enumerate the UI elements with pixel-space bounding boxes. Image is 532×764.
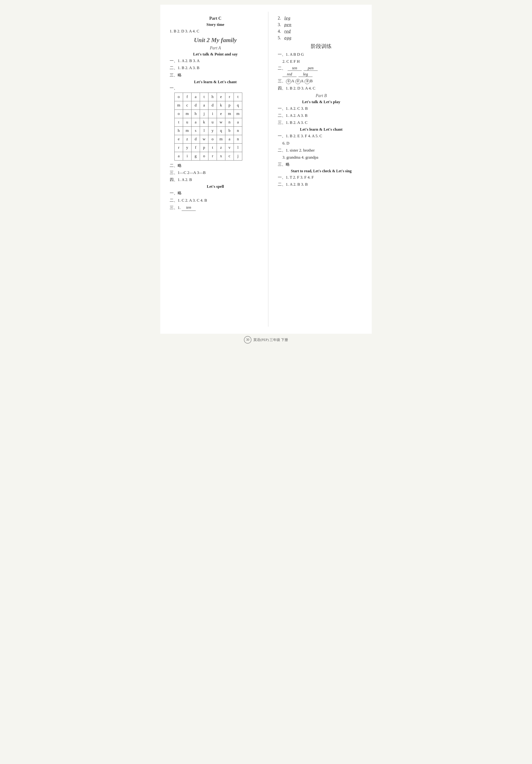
d-er: 二、1. A 2. B 3. B xyxy=(278,181,365,188)
spell-item: 4. red xyxy=(278,29,365,34)
grid-cell: q xyxy=(217,126,225,135)
right-yi-2: 2. C E F H xyxy=(278,58,365,65)
grid-cell: x xyxy=(217,152,225,160)
right-yi-1: 一、1. A B D G xyxy=(278,51,365,58)
spell-item: 2. leg xyxy=(278,16,365,21)
spell-san-word: ten xyxy=(182,204,196,211)
grid-cell: f xyxy=(192,143,200,152)
grid-cell: h xyxy=(175,126,183,135)
story-answers: 1. B 2. D 3. A 4. C xyxy=(170,28,261,34)
spell-num: 4. xyxy=(278,29,284,34)
spell-num: 2. xyxy=(278,16,284,21)
grid-cell: y xyxy=(183,143,192,152)
spell-san: 三、1. ten xyxy=(170,204,261,211)
grid-cell: u xyxy=(183,118,192,126)
lets-talk-title: Let's talk & Point and say xyxy=(170,52,261,57)
yi-2-answer: 二、1. B 2. A 3. B xyxy=(170,65,261,71)
lets-spell-title: Let's spell xyxy=(170,184,261,189)
grid-cell: d xyxy=(208,101,217,109)
grid-cell: q xyxy=(234,101,242,109)
grid-cell: a xyxy=(234,118,242,126)
start-read-title: Start to read, Let's check & Let's sing xyxy=(278,169,365,173)
grid-cell: t xyxy=(200,93,208,101)
grid-cell: m xyxy=(183,126,192,135)
grid-cell: y xyxy=(208,126,217,135)
footer-text: 英语(PEP) 三年级 下册 xyxy=(253,338,288,342)
grid-cell: h xyxy=(192,109,200,118)
yi-3-answer: 三、略 xyxy=(170,72,261,78)
b-er: 二、1. A 2. A 3. B xyxy=(278,112,365,119)
grid-cell: d xyxy=(192,135,200,143)
right-san: 三、①A ②A ③B xyxy=(278,78,365,84)
b-yi: 一、1. A 2. C 3. B xyxy=(278,105,365,111)
page-footer: 30 英语(PEP) 三年级 下册 xyxy=(160,336,372,344)
grid-cell: t xyxy=(234,93,242,101)
spell-word: red xyxy=(284,29,291,34)
c-san: 三、略 xyxy=(278,161,365,168)
grid-cell: a xyxy=(175,152,183,160)
grid-cell: k xyxy=(217,101,225,109)
grid-cell: c xyxy=(183,101,192,109)
grid-cell: l xyxy=(234,143,242,152)
lets-learn-title: Let's learn & Let's chant xyxy=(170,80,261,85)
spell-items-right: 2. leg3. pen4. red5. egg xyxy=(278,16,365,40)
grid-cell: z xyxy=(183,135,192,143)
grid-cell: o xyxy=(175,93,183,101)
grid-cell: a xyxy=(192,93,200,101)
grid-cell: a xyxy=(225,135,234,143)
b-san: 三、1. B 2. A 3. C xyxy=(278,119,365,126)
grid-cell: a xyxy=(192,118,200,126)
er-word-pen: pen xyxy=(304,66,318,71)
story-time-title: Story time xyxy=(170,22,261,27)
grid-cell: e xyxy=(217,93,225,101)
spell-word: egg xyxy=(284,35,291,40)
right-column: 2. leg3. pen4. red5. egg 阶段训练 一、1. A B D… xyxy=(268,12,372,327)
grid-cell: l xyxy=(200,126,208,135)
grid-cell: t xyxy=(208,143,217,152)
grid-cell: p xyxy=(225,101,234,109)
grid-cell: f xyxy=(183,93,192,101)
grid-cell: e xyxy=(175,135,183,143)
lets-learn-chant-title: Let's learn & Let's chant xyxy=(278,127,365,132)
grid-label: 一、 xyxy=(170,85,261,91)
grid-cell: a xyxy=(200,101,208,109)
right-er-label: 二、 xyxy=(278,66,286,71)
d-yi: 一、1. T 2. F 3. F 4. F xyxy=(278,174,365,180)
spell-item: 5. egg xyxy=(278,35,365,40)
grid-cell: r xyxy=(175,143,183,152)
right-er-section: 二、 ten pen xyxy=(278,66,365,71)
grid-cell: j xyxy=(200,109,208,118)
grid-cell: o xyxy=(200,152,208,160)
grid-cell: u xyxy=(208,118,217,126)
er-word-leg: leg xyxy=(298,72,312,77)
c-yi-1: 一、1. B 2. E 3. F 4. A 5. C xyxy=(278,133,365,139)
grid-cell: i xyxy=(208,109,217,118)
grid-cell: j xyxy=(234,152,242,160)
grid-cell: e xyxy=(217,109,225,118)
part-b-title: Part B xyxy=(278,93,365,98)
grid-cell: m xyxy=(234,109,242,118)
grid-cell: o xyxy=(175,109,183,118)
spell-er: 二、1. C 2. A 3. C 4. B xyxy=(170,197,261,204)
si-answer: 四、1. A 2. B xyxy=(170,176,261,183)
spell-san-label: 三、1. xyxy=(170,205,181,210)
spell-word: pen xyxy=(284,22,291,27)
grid-cell: r xyxy=(225,93,234,101)
grid-cell: z xyxy=(217,143,225,152)
grid-cell: n xyxy=(234,126,242,135)
grid-cell: m xyxy=(183,109,192,118)
grid-cell: h xyxy=(208,93,217,101)
grid-cell: n xyxy=(225,118,234,126)
grid-cell: m xyxy=(225,109,234,118)
unit-title: Unit 2 My family xyxy=(170,37,261,44)
grid-cell: w xyxy=(200,135,208,143)
grid-cell: s xyxy=(192,126,200,135)
grid-cell: w xyxy=(217,118,225,126)
grid-cell: m xyxy=(217,135,225,143)
circle-2: ② xyxy=(295,79,300,84)
spell-word: leg xyxy=(284,16,290,21)
c-er-2: 3. grandma 4. grandpa xyxy=(278,154,365,160)
er-lue: 二、略 xyxy=(170,162,261,169)
grid-cell: v xyxy=(225,143,234,152)
lets-talk-play-title: Let's talk & Let's play xyxy=(278,99,365,104)
